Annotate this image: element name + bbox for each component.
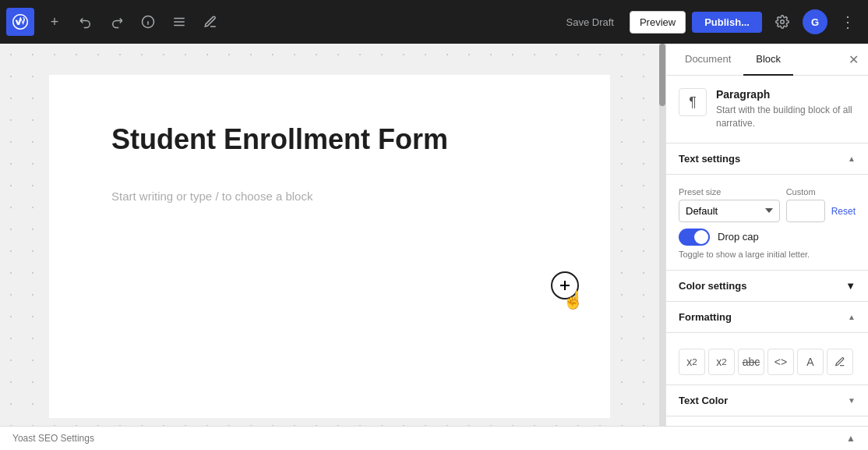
text-settings-content: Preset size Default Custom Reset Drop ca… (666, 175, 868, 271)
scrollbar-thumb (659, 44, 665, 106)
superscript-button[interactable]: x2 (679, 349, 705, 375)
text-settings-chevron: ▲ (848, 154, 856, 163)
publish-button[interactable]: Publish... (692, 12, 762, 33)
info-button[interactable] (134, 8, 162, 36)
block-placeholder[interactable]: Start writing or type / to choose a bloc… (111, 183, 548, 209)
dropcap-toggle[interactable] (679, 229, 710, 246)
formatting-header[interactable]: Formatting ▲ (666, 302, 868, 333)
block-name: Paragraph (716, 88, 856, 101)
editor-canvas: Student Enrollment Form Start writing or… (49, 75, 610, 418)
panel-tabs: Document Block ✕ (666, 44, 868, 76)
block-info: ¶ Paragraph Start with the building bloc… (666, 76, 868, 144)
custom-size-input[interactable] (786, 200, 825, 222)
preset-size-label: Preset size (679, 187, 780, 197)
text-style-button[interactable]: A (797, 349, 824, 375)
color-settings-chevron: ▼ (845, 280, 856, 292)
preset-size-row: Preset size Default Custom Reset (679, 187, 856, 222)
highlight-button[interactable] (827, 349, 853, 375)
text-color-chevron: ▼ (848, 396, 856, 405)
editor-area[interactable]: Student Enrollment Form Start writing or… (0, 44, 659, 426)
text-color-header[interactable]: Text Color ▼ (666, 385, 868, 416)
custom-size-label: Custom (786, 187, 825, 197)
block-description: Start with the building block of all nar… (716, 104, 856, 130)
subscript-button[interactable]: x2 (708, 349, 735, 375)
strikethrough-button[interactable]: abc (738, 349, 764, 375)
preset-size-select-wrap: Preset size Default (679, 187, 780, 222)
main-toolbar: + (0, 0, 868, 44)
settings-button[interactable] (768, 8, 796, 36)
dropcap-hint: Toggle to show a large initial letter. (679, 249, 856, 260)
editor-scrollbar[interactable] (659, 44, 665, 426)
code-button[interactable]: <> (767, 349, 794, 375)
formatting-content: x2 x2 abc <> A (666, 333, 868, 385)
block-info-text: Paragraph Start with the building block … (716, 88, 856, 130)
more-options-button[interactable]: ⋮ (834, 8, 862, 36)
preset-size-select[interactable]: Default (679, 200, 780, 222)
save-draft-button[interactable]: Save Draft (557, 12, 623, 33)
dropcap-row: Drop cap (679, 229, 856, 246)
tab-block[interactable]: Block (743, 44, 793, 76)
color-settings-header[interactable]: Color settings ▼ (666, 271, 868, 302)
cursor-indicator: ☝ (563, 290, 584, 310)
svg-point-6 (781, 20, 785, 24)
bottom-bar-arrow: ▲ (846, 433, 856, 444)
undo-button[interactable] (72, 8, 100, 36)
bottom-bar[interactable]: Yoast SEO Settings ▲ (0, 426, 868, 450)
tab-document[interactable]: Document (672, 44, 743, 76)
formatting-chevron: ▲ (848, 313, 856, 321)
text-settings-header[interactable]: Text settings ▲ (666, 144, 868, 175)
dropcap-label: Drop cap (718, 231, 759, 243)
user-avatar-button[interactable]: G (803, 9, 827, 34)
toolbar-left: + (6, 8, 224, 36)
preview-button[interactable]: Preview (630, 11, 686, 34)
reset-size-button[interactable]: Reset (831, 206, 856, 222)
main-area: Student Enrollment Form Start writing or… (0, 44, 868, 426)
redo-button[interactable] (103, 8, 131, 36)
add-block-toolbar-button[interactable]: + (41, 8, 69, 36)
block-type-icon: ¶ (679, 88, 707, 116)
right-panel: Document Block ✕ ¶ Paragraph Start with … (665, 44, 868, 426)
post-title[interactable]: Student Enrollment Form (111, 122, 548, 158)
bottom-bar-label: Yoast SEO Settings (12, 433, 94, 444)
panel-close-button[interactable]: ✕ (845, 49, 862, 70)
toolbar-right: Save Draft Preview Publish... G ⋮ (557, 8, 862, 36)
tools-button[interactable] (196, 8, 224, 36)
wp-logo-button[interactable] (6, 8, 34, 36)
formatting-tools: x2 x2 abc <> A (679, 342, 856, 375)
list-view-button[interactable] (165, 8, 193, 36)
custom-size-wrap: Custom (786, 187, 825, 222)
